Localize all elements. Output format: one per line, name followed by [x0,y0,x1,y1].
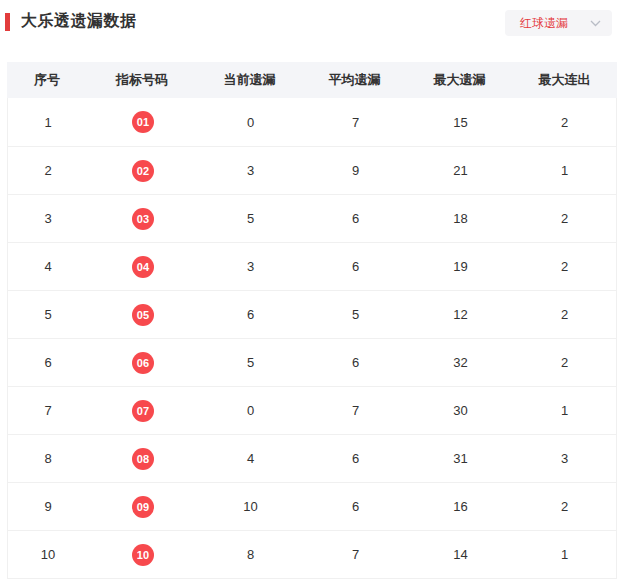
row-average-cell: 6 [303,499,408,514]
row-max-streak-cell: 2 [513,211,616,226]
row-current-cell: 0 [198,403,303,418]
row-max-streak-cell: 2 [513,355,616,370]
title-wrap: 大乐透遗漏数据 [5,11,137,32]
row-max-streak-cell: 2 [513,115,616,130]
ball-type-dropdown[interactable]: 红球遗漏 [505,10,612,36]
column-header-index: 序号 [7,71,87,89]
ball-type-dropdown-label: 红球遗漏 [520,15,568,32]
table-row: 3 03 5 6 18 2 [8,194,616,242]
page-header: 大乐透遗漏数据 红球遗漏 [0,0,621,46]
column-header-max-miss: 最大遗漏 [407,71,512,89]
page-title: 大乐透遗漏数据 [21,11,137,32]
row-ball-cell: 06 [88,352,198,374]
table-body: 1 01 0 7 15 2 2 02 3 9 21 1 3 03 5 6 18 … [8,98,616,578]
row-average-cell: 9 [303,163,408,178]
row-max-streak-cell: 1 [513,163,616,178]
omission-table: 序号 指标号码 当前遗漏 平均遗漏 最大遗漏 最大连出 1 01 0 7 15 … [7,62,617,579]
red-ball-badge: 09 [132,496,154,518]
table-row: 8 08 4 6 31 3 [8,434,616,482]
row-average-cell: 7 [303,403,408,418]
column-header-current: 当前遗漏 [197,71,302,89]
row-index-cell: 9 [8,499,88,514]
title-accent-bar [5,13,10,31]
row-ball-cell: 01 [88,111,198,133]
row-index-cell: 8 [8,451,88,466]
row-current-cell: 8 [198,547,303,562]
row-max-miss-cell: 14 [408,547,513,562]
chevron-down-icon [590,20,601,27]
row-max-miss-cell: 16 [408,499,513,514]
red-ball-badge: 07 [132,400,154,422]
row-average-cell: 6 [303,355,408,370]
row-max-miss-cell: 18 [408,211,513,226]
table-row: 7 07 0 7 30 1 [8,386,616,434]
row-ball-cell: 04 [88,256,198,278]
row-index-cell: 1 [8,115,88,130]
row-ball-cell: 07 [88,400,198,422]
row-current-cell: 5 [198,211,303,226]
row-index-cell: 5 [8,307,88,322]
table-row: 1 01 0 7 15 2 [8,98,616,146]
row-ball-cell: 10 [88,544,198,566]
row-ball-cell: 08 [88,448,198,470]
row-average-cell: 6 [303,259,408,274]
row-max-streak-cell: 3 [513,451,616,466]
table-row: 9 09 10 6 16 2 [8,482,616,530]
row-average-cell: 5 [303,307,408,322]
red-ball-badge: 03 [132,208,154,230]
row-index-cell: 7 [8,403,88,418]
row-current-cell: 10 [198,499,303,514]
row-current-cell: 4 [198,451,303,466]
row-average-cell: 7 [303,115,408,130]
table-row: 2 02 3 9 21 1 [8,146,616,194]
table-row: 5 05 6 5 12 2 [8,290,616,338]
row-average-cell: 6 [303,211,408,226]
row-current-cell: 5 [198,355,303,370]
red-ball-badge: 01 [132,111,154,133]
red-ball-badge: 08 [132,448,154,470]
row-index-cell: 10 [8,547,88,562]
row-max-miss-cell: 32 [408,355,513,370]
row-max-streak-cell: 1 [513,403,616,418]
red-ball-badge: 02 [132,160,154,182]
row-max-miss-cell: 19 [408,259,513,274]
row-index-cell: 6 [8,355,88,370]
row-average-cell: 7 [303,547,408,562]
row-ball-cell: 02 [88,160,198,182]
table-header-row: 序号 指标号码 当前遗漏 平均遗漏 最大遗漏 最大连出 [7,62,617,98]
table-row: 6 06 5 6 32 2 [8,338,616,386]
table-row: 4 04 3 6 19 2 [8,242,616,290]
row-ball-cell: 03 [88,208,198,230]
red-ball-badge: 05 [132,304,154,326]
row-index-cell: 2 [8,163,88,178]
row-current-cell: 3 [198,163,303,178]
red-ball-badge: 06 [132,352,154,374]
row-index-cell: 3 [8,211,88,226]
row-max-miss-cell: 15 [408,115,513,130]
row-max-streak-cell: 2 [513,307,616,322]
column-header-ball: 指标号码 [87,71,197,89]
row-max-streak-cell: 1 [513,547,616,562]
row-current-cell: 0 [198,115,303,130]
row-average-cell: 6 [303,451,408,466]
row-max-miss-cell: 31 [408,451,513,466]
red-ball-badge: 04 [132,256,154,278]
column-header-average: 平均遗漏 [302,71,407,89]
row-current-cell: 6 [198,307,303,322]
row-index-cell: 4 [8,259,88,274]
row-max-miss-cell: 21 [408,163,513,178]
column-header-max-streak: 最大连出 [512,71,617,89]
row-max-streak-cell: 2 [513,259,616,274]
row-current-cell: 3 [198,259,303,274]
row-max-miss-cell: 12 [408,307,513,322]
row-ball-cell: 05 [88,304,198,326]
row-max-streak-cell: 2 [513,499,616,514]
table-row: 10 10 8 7 14 1 [8,530,616,578]
row-max-miss-cell: 30 [408,403,513,418]
row-ball-cell: 09 [88,496,198,518]
red-ball-badge: 10 [132,544,154,566]
